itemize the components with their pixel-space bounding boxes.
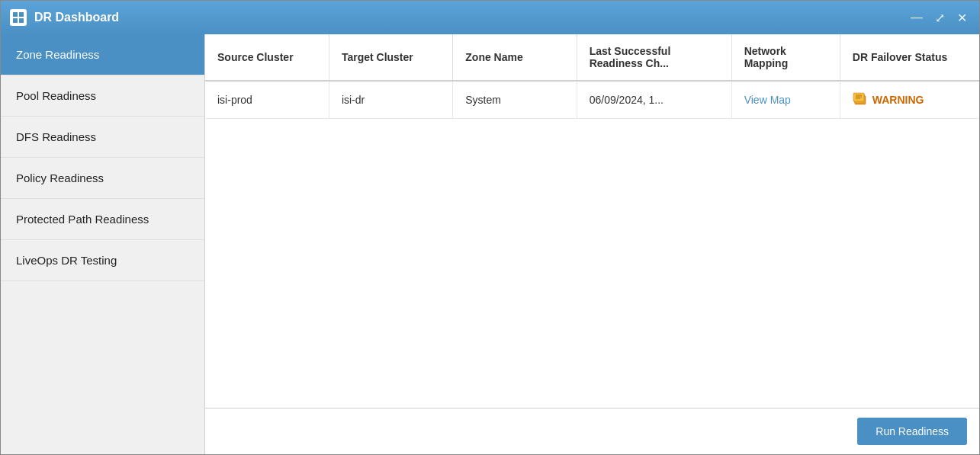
sidebar-item-protected-path-readiness[interactable]: Protected Path Readiness [1, 199, 204, 240]
sidebar-item-zone-readiness[interactable]: Zone Readiness [1, 34, 204, 75]
svg-rect-3 [19, 18, 24, 23]
sidebar: Zone Readiness Pool Readiness DFS Readin… [1, 34, 205, 454]
view-map-link[interactable]: View Map [744, 94, 791, 106]
title-bar-left: DR Dashboard [10, 9, 119, 26]
table-header-row: Source Cluster Target Cluster Zone Name … [205, 34, 979, 81]
app-window: DR Dashboard — ⤢ ✕ Zone Readiness Pool R… [0, 0, 980, 455]
title-bar: DR Dashboard — ⤢ ✕ [1, 1, 979, 34]
readiness-table: Source Cluster Target Cluster Zone Name … [205, 34, 979, 119]
cell-last-successful: 06/09/2024, 1... [577, 81, 731, 119]
sidebar-item-policy-readiness[interactable]: Policy Readiness [1, 158, 204, 199]
maximize-button[interactable]: ⤢ [932, 9, 948, 27]
cell-network-mapping[interactable]: View Map [731, 81, 840, 119]
col-header-network-mapping: Network Mapping [731, 34, 840, 81]
svg-rect-2 [13, 18, 18, 23]
col-header-zone-name: Zone Name [453, 34, 577, 81]
col-header-target-cluster: Target Cluster [329, 34, 452, 81]
table-wrapper: Source Cluster Target Cluster Zone Name … [205, 34, 979, 408]
sidebar-item-dfs-readiness[interactable]: DFS Readiness [1, 117, 204, 158]
app-icon [10, 9, 27, 26]
window-title: DR Dashboard [34, 11, 119, 24]
col-header-last-successful: Last Successful Readiness Ch... [577, 34, 731, 81]
content-area: Zone Readiness Pool Readiness DFS Readin… [1, 34, 979, 454]
warning-status-text: WARNING [872, 94, 924, 106]
cell-zone-name: System [453, 81, 577, 119]
svg-rect-0 [13, 12, 18, 17]
footer-bar: Run Readiness [205, 408, 979, 454]
col-header-dr-failover-status: DR Failover Status [840, 34, 979, 81]
minimize-button[interactable]: — [908, 9, 926, 27]
sidebar-item-liveops-dr-testing[interactable]: LiveOps DR Testing [1, 240, 204, 281]
table-row: isi-prodisi-drSystem06/09/2024, 1...View… [205, 81, 979, 119]
cell-dr-failover-status: WARNING [840, 81, 979, 119]
main-area: Source Cluster Target Cluster Zone Name … [205, 34, 979, 454]
run-readiness-button[interactable]: Run Readiness [857, 418, 967, 445]
warning-icon [853, 92, 868, 107]
cell-source-cluster: isi-prod [205, 81, 329, 119]
cell-target-cluster: isi-dr [329, 81, 452, 119]
svg-rect-1 [19, 12, 24, 17]
sidebar-item-pool-readiness[interactable]: Pool Readiness [1, 75, 204, 117]
close-button[interactable]: ✕ [954, 9, 970, 27]
col-header-source-cluster: Source Cluster [205, 34, 329, 81]
title-controls: — ⤢ ✕ [908, 9, 970, 27]
